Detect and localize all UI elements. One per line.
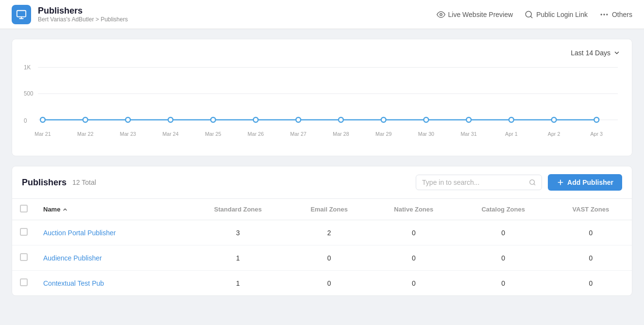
page-title: Publishers (38, 6, 128, 16)
col-header-standard-zones: Standard Zones (188, 199, 288, 220)
svg-point-7 (603, 14, 605, 15)
row-email-zones-0: 2 (288, 220, 371, 245)
table-body: Auction Portal Publisher 3 2 0 0 0 Audie… (12, 220, 632, 296)
row-name-0[interactable]: Auction Portal Publisher (35, 220, 188, 245)
sort-asc-icon (62, 207, 68, 212)
col-header-vast-zones: VAST Zones (550, 199, 632, 220)
chevron-down-icon (613, 49, 620, 56)
search-input[interactable] (422, 179, 525, 186)
svg-point-3 (440, 13, 442, 16)
svg-text:Apr 1: Apr 1 (505, 131, 518, 137)
row-native-zones-0: 0 (371, 220, 457, 245)
others-button[interactable]: Others (599, 10, 632, 19)
svg-point-8 (606, 14, 608, 15)
key-icon (525, 10, 533, 19)
select-all-checkbox[interactable] (20, 205, 28, 212)
header-left: Publishers Bert Varias's AdButler > Publ… (12, 5, 437, 24)
eye-icon (437, 10, 445, 19)
publishers-actions: Add Publisher (416, 174, 622, 191)
public-login-label: Public Login Link (536, 11, 588, 18)
svg-point-28 (594, 117, 599, 122)
row-name-1[interactable]: Audience Publisher (35, 245, 188, 271)
table-row: Auction Portal Publisher 3 2 0 0 0 (12, 220, 632, 245)
svg-text:0: 0 (24, 117, 27, 124)
row-native-zones-2: 0 (371, 271, 457, 296)
row-checkbox-0[interactable] (20, 228, 28, 236)
svg-text:Mar 28: Mar 28 (333, 131, 349, 137)
svg-text:Apr 3: Apr 3 (590, 131, 603, 137)
publishers-count: 12 Total (72, 179, 96, 186)
select-all-header (12, 199, 35, 220)
others-label: Others (612, 11, 632, 18)
svg-point-21 (296, 117, 301, 122)
main-content: Last 14 Days 1K 500 0 (0, 29, 644, 306)
svg-point-19 (211, 117, 216, 122)
svg-text:Mar 24: Mar 24 (162, 131, 178, 137)
col-header-email-zones: Email Zones (288, 199, 371, 220)
chart-svg: 1K 500 0 (24, 61, 620, 148)
row-checkbox-cell-1 (12, 245, 35, 271)
row-standard-zones-0: 3 (188, 220, 288, 245)
live-preview-label: Live Website Preview (448, 11, 513, 18)
breadcrumb: Bert Varias's AdButler > Publishers (38, 16, 128, 23)
row-standard-zones-1: 1 (188, 245, 288, 271)
header: Publishers Bert Varias's AdButler > Publ… (0, 0, 644, 29)
row-checkbox-2[interactable] (20, 278, 28, 286)
publishers-card: Publishers 12 Total Add Publisher (12, 166, 632, 296)
table-row: Contextual Test Pub 1 0 0 0 0 (12, 271, 632, 296)
svg-line-5 (531, 16, 532, 17)
row-catalog-zones-0: 0 (457, 220, 550, 245)
svg-text:Apr 2: Apr 2 (548, 131, 560, 137)
chart-header: Last 14 Days (24, 49, 620, 57)
row-catalog-zones-1: 0 (457, 245, 550, 271)
svg-point-27 (552, 117, 557, 122)
row-checkbox-cell-2 (12, 271, 35, 296)
svg-text:Mar 31: Mar 31 (460, 131, 476, 137)
svg-point-20 (254, 117, 258, 122)
row-vast-zones-1: 0 (550, 245, 632, 271)
svg-text:Mar 21: Mar 21 (34, 131, 51, 137)
svg-text:Mar 25: Mar 25 (205, 131, 221, 137)
table-head: Name Standard Zones Email Zones Native (12, 199, 632, 220)
svg-point-26 (509, 117, 514, 122)
publishers-table: Name Standard Zones Email Zones Native (12, 198, 632, 295)
svg-point-17 (126, 117, 131, 122)
svg-point-16 (83, 117, 88, 122)
row-vast-zones-0: 0 (550, 220, 632, 245)
plus-icon (557, 179, 564, 186)
svg-rect-0 (17, 10, 26, 16)
row-native-zones-1: 0 (371, 245, 457, 271)
svg-text:500: 500 (24, 90, 34, 97)
svg-point-22 (339, 117, 343, 122)
svg-text:Mar 26: Mar 26 (248, 131, 264, 137)
chart-filter-label: Last 14 Days (571, 49, 610, 57)
row-name-2[interactable]: Contextual Test Pub (35, 271, 188, 296)
col-header-native-zones: Native Zones (371, 199, 457, 220)
header-right: Live Website Preview Public Login Link O… (437, 10, 632, 19)
svg-line-44 (534, 184, 535, 185)
svg-point-24 (424, 117, 429, 122)
row-checkbox-1[interactable] (20, 253, 28, 261)
publishers-title: Publishers (22, 178, 67, 188)
svg-point-18 (168, 117, 173, 122)
col-header-name[interactable]: Name (35, 199, 188, 220)
chart-container: 1K 500 0 (24, 61, 620, 148)
chart-filter-button[interactable]: Last 14 Days (571, 49, 620, 57)
svg-text:Mar 30: Mar 30 (418, 131, 434, 137)
svg-text:Mar 29: Mar 29 (375, 131, 391, 137)
svg-point-25 (466, 117, 471, 122)
add-publisher-label: Add Publisher (567, 179, 613, 186)
svg-point-23 (381, 117, 386, 122)
row-standard-zones-2: 1 (188, 271, 288, 296)
public-login-link-button[interactable]: Public Login Link (525, 10, 588, 19)
live-website-preview-button[interactable]: Live Website Preview (437, 10, 513, 19)
table-header-row: Name Standard Zones Email Zones Native (12, 199, 632, 220)
search-box[interactable] (416, 175, 542, 190)
add-publisher-button[interactable]: Add Publisher (548, 174, 622, 191)
svg-text:Mar 23: Mar 23 (120, 131, 136, 137)
row-vast-zones-2: 0 (550, 271, 632, 296)
search-icon (529, 179, 536, 186)
table-row: Audience Publisher 1 0 0 0 0 (12, 245, 632, 271)
svg-text:Mar 27: Mar 27 (290, 131, 306, 137)
svg-point-15 (40, 117, 45, 122)
